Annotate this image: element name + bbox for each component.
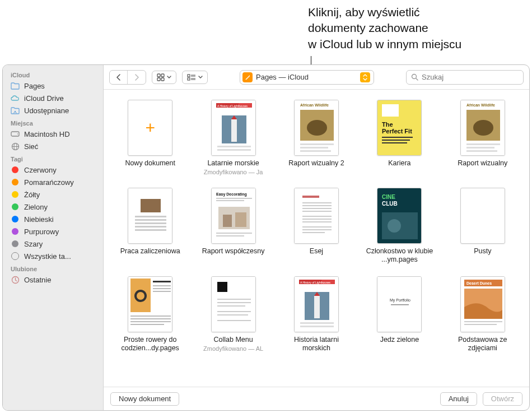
- sidebar-item[interactable]: Udostępniane: [3, 104, 103, 117]
- svg-rect-24: [231, 119, 237, 142]
- document-tile[interactable]: Desert DunesPodstawowa ze zdjęciami: [444, 276, 521, 352]
- open-button[interactable]: Otwórz: [483, 392, 522, 406]
- document-title: Raport wizualny 2: [288, 159, 344, 168]
- sidebar-item[interactable]: Purpurowy: [3, 225, 103, 238]
- svg-line-18: [416, 78, 418, 80]
- document-title: Latarnie morskie: [207, 159, 259, 168]
- document-tile[interactable]: African WildlifeRaport wizualny 2: [278, 100, 355, 175]
- svg-rect-64: [216, 235, 244, 236]
- finder-dialog-window: iCloudPagesiCloud DriveUdostępnianeMiejs…: [2, 64, 530, 411]
- sidebar-item-label: iCloud Drive: [24, 94, 64, 103]
- document-thumb: ThePerfect Fit: [377, 100, 422, 156]
- svg-rect-40: [382, 140, 410, 141]
- sidebar-item[interactable]: iCloud Drive: [3, 92, 103, 104]
- cloud-icon: [11, 94, 20, 103]
- svg-rect-96: [217, 299, 251, 300]
- svg-rect-89: [153, 291, 171, 292]
- sidebar-item[interactable]: Czerwony: [3, 164, 103, 176]
- back-button[interactable]: [110, 71, 128, 84]
- sidebar-section-title: iCloud: [3, 68, 103, 80]
- sidebar-item[interactable]: Sieć: [3, 140, 103, 152]
- pages-app-icon: [242, 72, 253, 82]
- cancel-button[interactable]: Anuluj: [440, 392, 477, 406]
- svg-rect-11: [188, 75, 190, 77]
- document-tile[interactable]: Esej: [278, 188, 355, 264]
- document-title: Nowy dokument: [125, 159, 175, 168]
- svg-rect-51: [135, 216, 166, 217]
- svg-rect-88: [153, 288, 171, 289]
- tag-dot-icon: [11, 227, 20, 236]
- tag-dot-icon: [11, 190, 20, 199]
- new-document-tile[interactable]: +Nowy dokument: [111, 100, 189, 175]
- document-thumb: [211, 276, 256, 332]
- sidebar-item[interactable]: Niebieski: [3, 213, 103, 225]
- document-title: Collab Menu: [214, 336, 253, 344]
- sidebar-item-label: Ostatnie: [24, 276, 51, 284]
- svg-point-31: [307, 120, 327, 136]
- document-tile[interactable]: Pusty: [444, 188, 521, 264]
- document-tile[interactable]: Proste rowery do codzien...dy.pages: [111, 276, 189, 352]
- recent-icon: [11, 275, 20, 284]
- tag-dot-icon: [11, 239, 20, 248]
- document-tile[interactable]: A History of LighthousesHistoria latarni…: [278, 276, 355, 352]
- sidebar-section-title: Ulubione: [3, 262, 103, 273]
- svg-rect-68: [302, 205, 332, 206]
- tag-dot-icon: [11, 215, 20, 224]
- svg-rect-9: [157, 78, 160, 81]
- svg-point-45: [473, 120, 493, 136]
- folder-icon: [11, 81, 20, 90]
- forward-button[interactable]: [128, 71, 146, 84]
- document-tile[interactable]: CINECLUBCzłonkostwo w klubie ...ym.pages: [361, 188, 438, 264]
- svg-rect-73: [302, 221, 332, 222]
- document-title: Raport wizualny: [458, 159, 507, 168]
- sidebar-item-label: Macintosh HD: [24, 130, 70, 138]
- document-tile[interactable]: A History of LighthousesLatarnie morskie…: [194, 100, 272, 175]
- svg-text:My Portfolio: My Portfolio: [390, 298, 410, 303]
- svg-rect-32: [300, 143, 334, 145]
- svg-rect-87: [153, 285, 171, 286]
- document-title: Esej: [310, 247, 323, 256]
- location-popup-button[interactable]: Pages — iCloud: [240, 70, 374, 85]
- svg-rect-27: [217, 149, 251, 151]
- sidebar-item[interactable]: Macintosh HD: [3, 128, 103, 140]
- sidebar-item[interactable]: Pages: [3, 80, 103, 92]
- shared-folder-icon: [11, 106, 20, 115]
- svg-text:Easy Decorating: Easy Decorating: [216, 192, 247, 197]
- view-mode-button[interactable]: [152, 71, 176, 84]
- document-tile[interactable]: African WildlifeRaport wizualny: [444, 100, 521, 175]
- svg-rect-55: [135, 229, 166, 231]
- sidebar-item[interactable]: Żółty: [3, 188, 103, 201]
- document-subtitle: Zmodyfikowano — AL: [203, 345, 263, 352]
- dialog-footer: Nowy dokument Anuluj Otwórz: [104, 387, 529, 410]
- svg-rect-97: [217, 302, 251, 303]
- search-field[interactable]: [406, 70, 524, 85]
- sidebar-item-label: Szary: [24, 240, 43, 248]
- svg-rect-14: [188, 78, 190, 80]
- new-document-button[interactable]: Nowy dokument: [110, 392, 179, 406]
- svg-rect-98: [217, 305, 245, 307]
- tag-dot-icon: [11, 202, 20, 211]
- search-icon: [411, 73, 418, 81]
- group-by-button[interactable]: [182, 71, 208, 84]
- sidebar-item[interactable]: Wszystkie ta...: [3, 250, 103, 262]
- location-chevron-icon: [360, 72, 370, 82]
- document-tile[interactable]: Easy DecoratingRaport współczesny: [194, 188, 272, 264]
- sidebar-item[interactable]: Pomarańczowy: [3, 176, 103, 188]
- document-thumb: [128, 276, 172, 332]
- sidebar-item[interactable]: Szary: [3, 238, 103, 250]
- sidebar-item[interactable]: Zielony: [3, 201, 103, 213]
- document-tile[interactable]: Praca zaliczeniowa: [111, 188, 189, 264]
- search-input[interactable]: [422, 73, 519, 81]
- location-label: Pages — iCloud: [256, 73, 309, 81]
- svg-rect-119: [464, 324, 497, 325]
- document-tile[interactable]: My PortfolioJedz zielone: [361, 276, 438, 352]
- sidebar-item[interactable]: Ostatnie: [3, 273, 103, 286]
- document-grid-area: +Nowy dokumentA History of LighthousesLa…: [104, 90, 529, 387]
- svg-point-2: [17, 133, 18, 134]
- document-subtitle: Zmodyfikowano — Ja: [204, 169, 263, 175]
- document-tile[interactable]: ThePerfect FitKariera: [361, 100, 438, 175]
- document-tile[interactable]: Collab MenuZmodyfikowano — AL: [194, 276, 272, 352]
- sidebar-item-label: Zielony: [24, 203, 48, 211]
- svg-text:CINE: CINE: [382, 194, 395, 200]
- svg-text:CLUB: CLUB: [382, 201, 398, 207]
